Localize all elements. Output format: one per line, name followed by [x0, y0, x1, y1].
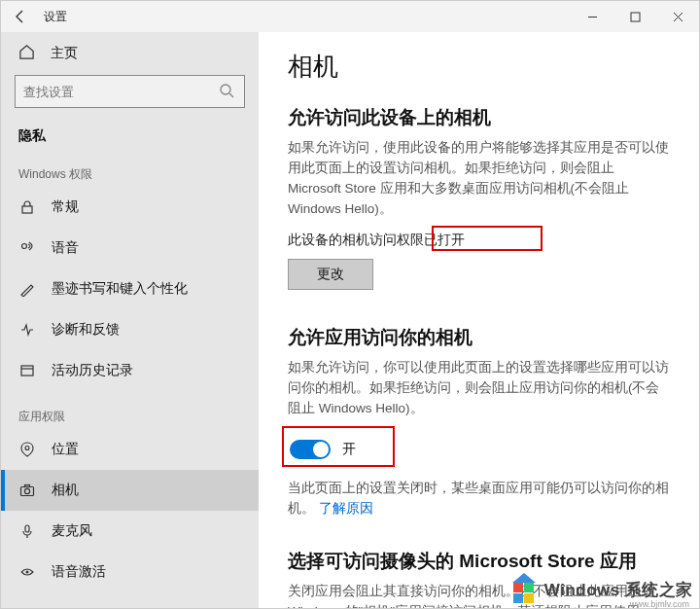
- privacy-heading: 隐私: [1, 118, 259, 149]
- nav-label: 墨迹书写和键入个性化: [52, 280, 188, 298]
- change-button[interactable]: 更改: [288, 259, 373, 290]
- window-title: 设置: [44, 9, 67, 25]
- nav-label: 常规: [52, 198, 79, 216]
- section2-heading: 允许应用访问你的相机: [288, 325, 670, 350]
- camera-icon: [18, 482, 36, 499]
- nav-diagnostics[interactable]: 诊断和反馈: [1, 309, 259, 350]
- history-icon: [18, 362, 36, 379]
- app-perm-list: 位置 相机 麦克风 语音激活: [1, 429, 259, 592]
- speech-icon: [18, 239, 36, 257]
- minimize-button[interactable]: [571, 1, 613, 32]
- maximize-button[interactable]: [613, 1, 656, 32]
- learn-more-link[interactable]: 了解原因: [319, 501, 373, 516]
- nav-label: 活动历史记录: [52, 362, 133, 379]
- search-icon: [219, 83, 236, 100]
- nav-voice-activation[interactable]: 语音激活: [1, 552, 259, 592]
- svg-point-13: [26, 571, 29, 574]
- content-pane: 相机 允许访问此设备上的相机 如果允许访问，使用此设备的用户将能够选择其应用是否…: [259, 32, 699, 608]
- svg-line-3: [229, 93, 233, 97]
- nav-speech[interactable]: 语音: [1, 228, 259, 269]
- nav-label: 麦克风: [52, 522, 92, 540]
- lock-icon: [18, 198, 36, 216]
- mic-icon: [18, 522, 36, 540]
- status-value: 限已打开: [410, 232, 465, 247]
- diagnostics-icon: [18, 321, 36, 339]
- svg-rect-1: [631, 13, 640, 21]
- titlebar: 设置: [1, 1, 699, 32]
- nav-microphone[interactable]: 麦克风: [1, 511, 259, 552]
- nav-label: 诊断和反馈: [52, 321, 120, 339]
- section2-note: 当此页面上的设置关闭时，某些桌面应用可能仍可以访问你的相机。 了解原因: [288, 479, 670, 519]
- section1-heading: 允许访问此设备上的相机: [288, 105, 670, 130]
- nav-general[interactable]: 常规: [1, 187, 259, 228]
- section1-text: 如果允许访问，使用此设备的用户将能够选择其应用是否可以使用此页面上的设置访问相机…: [288, 138, 670, 220]
- sidebar: 主页 隐私 Windows 权限 常规 语音 墨迹书写和键入个性: [1, 32, 259, 608]
- svg-rect-4: [22, 206, 32, 213]
- nav-activity[interactable]: 活动历史记录: [1, 350, 259, 391]
- nav-label: 语音激活: [52, 563, 106, 581]
- group-windows-label: Windows 权限: [1, 149, 259, 187]
- close-button[interactable]: [656, 1, 699, 32]
- home-label: 主页: [51, 45, 78, 62]
- svg-point-2: [221, 85, 230, 94]
- allow-apps-toggle[interactable]: 开: [290, 440, 356, 459]
- nav-inking[interactable]: 墨迹书写和键入个性化: [1, 269, 259, 309]
- group-apps-label: 应用权限: [1, 391, 259, 429]
- settings-window: 设置 主页 隐私 Windows 权限 常规: [0, 0, 700, 609]
- svg-rect-6: [21, 366, 33, 376]
- voice-icon: [18, 563, 36, 581]
- home-nav[interactable]: 主页: [1, 32, 259, 75]
- nav-label: 语音: [52, 239, 79, 257]
- nav-location[interactable]: 位置: [1, 429, 259, 470]
- svg-point-8: [25, 447, 29, 450]
- nav-label: 相机: [52, 482, 79, 499]
- section3-heading: 选择可访问摄像头的 Microsoft Store 应用: [288, 549, 670, 574]
- svg-point-10: [24, 488, 29, 493]
- svg-point-5: [22, 244, 27, 249]
- back-button[interactable]: [1, 1, 40, 32]
- section3-text: 关闭应用会阻止其直接访问你的相机。它不会阻止此应用通过 Windows 的"相机…: [288, 582, 670, 608]
- svg-rect-12: [25, 525, 29, 532]
- watermark-url: www.bjmlv.com: [630, 599, 689, 609]
- toggle-track[interactable]: [290, 440, 331, 459]
- svg-rect-11: [25, 485, 30, 487]
- device-access-status: 此设备的相机访问权限已打开: [288, 232, 670, 249]
- toggle-label: 开: [342, 441, 356, 458]
- windows-perm-list: 常规 语音 墨迹书写和键入个性化 诊断和反馈 活动历史记录: [1, 187, 259, 391]
- page-title: 相机: [288, 50, 670, 84]
- section2-text: 如果允许访问，你可以使用此页面上的设置选择哪些应用可以访问你的相机。如果拒绝访问…: [288, 358, 670, 419]
- status-prefix: 此设备的相机访问权: [288, 232, 410, 247]
- location-icon: [18, 441, 36, 458]
- home-icon: [18, 44, 35, 63]
- search-input[interactable]: [23, 85, 219, 99]
- nav-label: 位置: [52, 441, 79, 458]
- ink-icon: [18, 280, 36, 298]
- search-box[interactable]: [15, 75, 245, 108]
- nav-camera[interactable]: 相机: [1, 470, 259, 511]
